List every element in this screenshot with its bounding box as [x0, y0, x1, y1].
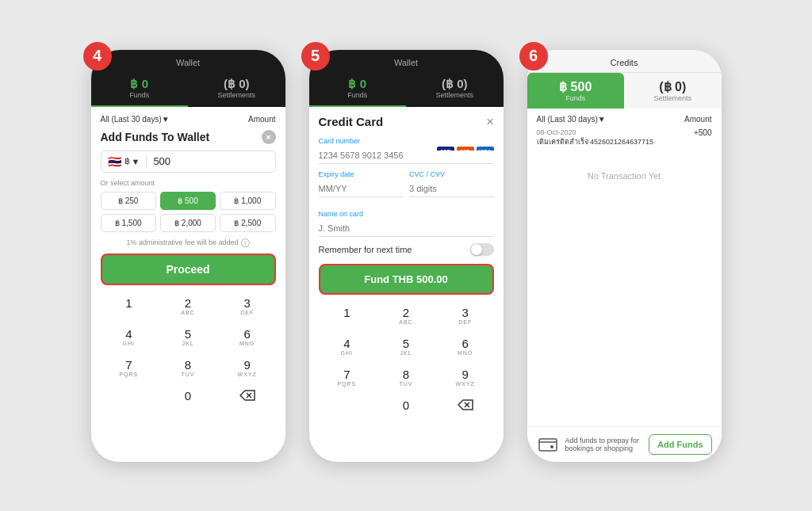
phone4-tabs: ฿ 0 Funds (฿ 0) Settlements	[91, 72, 285, 107]
numpad5-key-7[interactable]: 7PQRS	[319, 363, 376, 391]
numpad-4: 1 2ABC 3DEF 4GHI 5JKL 6MNO 7PQRS 8TUV 9W…	[101, 292, 276, 407]
phone6-settlements-amount: (฿ 0)	[627, 79, 718, 94]
numpad5-key-0[interactable]: 0	[377, 394, 435, 417]
phone5-funds-label: Funds	[312, 91, 404, 99]
numpad-key-0[interactable]: 0	[159, 384, 216, 407]
phone6-content: All (Last 30 days)▼ Amount 08-Oct-2020 เ…	[527, 109, 722, 426]
amount-btn-1000[interactable]: ฿ 1,000	[220, 192, 275, 210]
card-number-field-wrap: JCB MC VISA	[319, 147, 494, 164]
phone6-amount-col: Amount	[684, 115, 711, 124]
phone-6-frame: Credits ฿ 500 Funds (฿ 0) Settlements Al…	[527, 50, 722, 462]
add-funds-title: Add Funds To Wallet ×	[101, 130, 276, 144]
amount-btn-250[interactable]: ฿ 250	[101, 192, 156, 210]
cvc-label: CVC / CVV	[409, 170, 494, 178]
phone6-footer: Add funds to prepay for bookings or shop…	[527, 426, 722, 462]
remember-row: Remember for next time	[319, 243, 494, 256]
step-5-wrapper: 5 Wallet ฿ 0 Funds (฿ 0) Settlements Cre…	[309, 50, 504, 462]
fund-btn[interactable]: Fund THB 500.00	[319, 264, 494, 295]
numpad5-key-5[interactable]: 5JKL	[377, 332, 435, 360]
phone5-tabs: ฿ 0 Funds (฿ 0) Settlements	[309, 72, 504, 107]
numpad5-key-2[interactable]: 2ABC	[377, 301, 435, 330]
input-divider	[146, 155, 147, 168]
remember-toggle[interactable]	[470, 243, 494, 256]
cvc-field: CVC / CVV	[409, 170, 494, 204]
step-6-badge: 6	[519, 42, 548, 71]
numpad5-key-1[interactable]: 1	[319, 301, 376, 330]
numpad-key-4[interactable]: 4GHI	[101, 322, 158, 351]
remember-label: Remember for next time	[319, 245, 412, 254]
numpad5-key-9[interactable]: 9WXYZ	[437, 363, 494, 391]
phone6-tab-settlements[interactable]: (฿ 0) Settlements	[624, 73, 722, 109]
amount-grid: ฿ 250 ฿ 500 ฿ 1,000 ฿ 1,500 ฿ 2,000 ฿ 2,…	[101, 192, 276, 232]
numpad5-key-6[interactable]: 6MNO	[437, 332, 494, 360]
toggle-knob	[471, 244, 482, 255]
cc-close-btn[interactable]: ×	[486, 115, 493, 129]
phone-5-frame: Wallet ฿ 0 Funds (฿ 0) Settlements Credi…	[309, 50, 504, 462]
phone5-header: Wallet	[309, 50, 504, 72]
phone6-funds-label: Funds	[530, 94, 622, 102]
name-label: Name on card	[319, 210, 494, 218]
phone4-tab-funds[interactable]: ฿ 0 Funds	[91, 72, 189, 107]
phone5-tab-funds[interactable]: ฿ 0 Funds	[309, 72, 407, 107]
footer-text: Add funds to prepay for bookings or shop…	[565, 437, 643, 452]
phone4-amount-col: Amount	[248, 115, 275, 124]
card-number-label: Card number	[319, 137, 494, 145]
phone6-filter-label[interactable]: All (Last 30 days)▼	[537, 115, 606, 124]
amount-input-row[interactable]: 🇹🇭 ฿▼ 500	[101, 151, 276, 173]
expiry-input[interactable]	[319, 184, 404, 197]
phone5-tab-settlements[interactable]: (฿ 0) Settlements	[406, 72, 504, 107]
transaction-info: 08-Oct-2020 เติมเครดิตสำเร็จ 45260212646…	[537, 128, 654, 147]
phone6-tab-funds[interactable]: ฿ 500 Funds	[527, 73, 625, 109]
step-4-wrapper: 4 Wallet ฿ 0 Funds (฿ 0) Settlements All…	[91, 50, 285, 462]
numpad5-delete-key[interactable]	[437, 394, 494, 417]
numpad-key-9[interactable]: 9WXYZ	[219, 353, 276, 382]
info-icon[interactable]: i	[241, 238, 250, 247]
cvc-input[interactable]	[409, 184, 494, 197]
phone4-settlements-amount: (฿ 0)	[191, 77, 282, 91]
phone5-funds-amount: ฿ 0	[312, 77, 404, 91]
phone4-filter-label[interactable]: All (Last 30 days)▼	[101, 115, 170, 124]
cc-title: Credit Card	[319, 115, 384, 128]
name-input[interactable]	[319, 223, 494, 237]
proceed-button[interactable]: Proceed	[101, 254, 276, 285]
currency-selector[interactable]: ฿▼	[124, 156, 140, 166]
phone4-content: All (Last 30 days)▼ Amount Add Funds To …	[91, 107, 285, 462]
main-container: 4 Wallet ฿ 0 Funds (฿ 0) Settlements All…	[75, 34, 737, 478]
amount-btn-2500[interactable]: ฿ 2,500	[220, 214, 275, 232]
phone4-settlements-label: Settlements	[191, 91, 282, 99]
svg-rect-4	[539, 439, 557, 451]
numpad-key-1[interactable]: 1	[101, 292, 158, 320]
numpad-key-3[interactable]: 3DEF	[219, 292, 276, 320]
amount-btn-1500[interactable]: ฿ 1,500	[101, 214, 156, 232]
wallet-icon	[537, 433, 559, 456]
numpad-key-8[interactable]: 8TUV	[159, 353, 216, 382]
no-transaction-text: No Transaction Yet	[537, 171, 712, 181]
numpad-delete-key[interactable]	[219, 384, 276, 407]
amount-btn-500[interactable]: ฿ 500	[160, 192, 216, 210]
numpad5-key-8[interactable]: 8TUV	[377, 363, 435, 391]
phone4-funds-label: Funds	[94, 91, 186, 99]
numpad5-key-4[interactable]: 4GHI	[319, 332, 376, 360]
step-5-badge: 5	[301, 42, 330, 71]
admin-fee-notice: 1% administrative fee will be added i	[101, 238, 276, 247]
numpad5-key-empty	[319, 394, 376, 417]
numpad5-key-3[interactable]: 3DEF	[437, 301, 494, 330]
svg-point-5	[550, 445, 553, 448]
phone6-funds-amount: ฿ 500	[530, 79, 622, 94]
transaction-row: 08-Oct-2020 เติมเครดิตสำเร็จ 45260212646…	[537, 128, 712, 147]
numpad-key-7[interactable]: 7PQRS	[101, 353, 158, 382]
numpad-key-2[interactable]: 2ABC	[159, 292, 216, 320]
expiry-field: Expiry date	[319, 170, 404, 204]
transaction-amount: +500	[694, 128, 712, 137]
add-funds-close-btn[interactable]: ×	[262, 130, 276, 144]
phone4-tab-settlements[interactable]: (฿ 0) Settlements	[188, 72, 285, 107]
numpad-key-5[interactable]: 5JKL	[159, 322, 216, 351]
add-funds-button[interactable]: Add Funds	[649, 434, 711, 455]
cc-header: Credit Card ×	[319, 115, 494, 129]
card-number-input[interactable]	[319, 151, 494, 164]
phone5-settlements-amount: (฿ 0)	[409, 77, 500, 91]
numpad-5: 1 2ABC 3DEF 4GHI 5JKL 6MNO 7PQRS 8TUV 9W…	[319, 301, 494, 417]
numpad-key-6[interactable]: 6MNO	[219, 322, 276, 351]
phone5-settlements-label: Settlements	[409, 91, 500, 99]
amount-btn-2000[interactable]: ฿ 2,000	[160, 214, 216, 232]
